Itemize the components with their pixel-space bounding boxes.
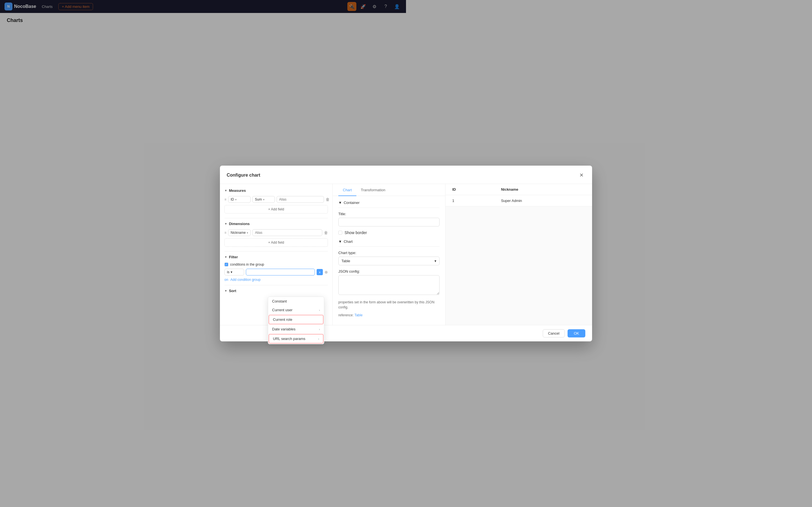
nickname-field-label: Nickname — [231, 231, 246, 235]
id-field-select[interactable]: ID ▾ — [228, 196, 251, 203]
modal-header: Configure chart ✕ — [220, 166, 406, 184]
measures-chevron: ▼ — [224, 189, 227, 192]
drag-handle-dimensions[interactable]: ≡ — [224, 231, 226, 235]
dimensions-add-field-button[interactable]: + Add field — [224, 238, 328, 247]
measures-field-row: ≡ ID ▾ Sum ▾ 🗑 — [224, 196, 328, 203]
chart-section-label: Chart — [344, 239, 353, 244]
container-chevron: ▼ — [338, 201, 342, 205]
mid-panel: Chart Transformation ▼ Container Title: … — [333, 184, 406, 253]
chart-type-label: Chart type: — [338, 251, 406, 253]
sum-field-select[interactable]: Sum ▾ — [252, 196, 275, 203]
divider-2 — [224, 251, 328, 251]
id-arrow-icon: ▾ — [235, 198, 237, 201]
nickname-arrow-icon: ▾ — [247, 231, 248, 234]
chart-section-chevron: ▼ — [338, 239, 342, 244]
measures-label: Measures — [229, 188, 246, 193]
show-border-checkbox[interactable] — [338, 231, 342, 235]
sum-field-label: Sum — [255, 198, 262, 202]
chart-section-header[interactable]: ▼ Chart — [338, 239, 406, 247]
chart-tabs: Chart Transformation — [333, 184, 406, 196]
dimensions-field-row: ≡ Nickname ▾ 🗑 — [224, 229, 328, 236]
measures-header[interactable]: ▼ Measures — [224, 188, 328, 193]
tab-chart[interactable]: Chart — [338, 184, 356, 196]
dimensions-delete-button[interactable]: 🗑 — [324, 230, 328, 235]
container-label: Container — [344, 201, 359, 205]
show-border-label: Show border — [345, 230, 367, 235]
measures-add-field-button[interactable]: + Add field — [224, 205, 328, 214]
divider-1 — [224, 218, 328, 218]
dimensions-label: Dimensions — [229, 222, 250, 226]
mid-content: ▼ Container Title: Show border ▼ Chart — [333, 196, 406, 253]
id-field-label: ID — [231, 198, 234, 202]
dimensions-chevron: ▼ — [224, 222, 227, 225]
measures-alias-input[interactable] — [276, 196, 324, 203]
container-section-header[interactable]: ▼ Container — [338, 201, 406, 208]
show-border-row: Show border — [338, 230, 406, 235]
measures-delete-button[interactable]: 🗑 — [326, 197, 329, 202]
sum-arrow-icon: ▾ — [263, 198, 264, 201]
dimensions-alias-input[interactable] — [252, 229, 322, 236]
dimensions-header[interactable]: ▼ Dimensions — [224, 222, 328, 226]
configure-chart-modal: Configure chart ✕ ▼ Measures ≡ ID — [220, 166, 406, 253]
nickname-field-select[interactable]: Nickname ▾ — [228, 229, 251, 236]
modal-overlay: Configure chart ✕ ▼ Measures ≡ ID — [0, 0, 406, 253]
tab-transformation[interactable]: Transformation — [356, 184, 390, 196]
title-input[interactable] — [338, 218, 406, 226]
left-panel: ▼ Measures ≡ ID ▾ Sum ▾ — [220, 184, 333, 253]
title-label: Title: — [338, 212, 406, 216]
dimensions-section: ▼ Dimensions ≡ Nickname ▾ 🗑 + Add field — [224, 222, 328, 247]
measures-section: ▼ Measures ≡ ID ▾ Sum ▾ — [224, 188, 328, 214]
modal-title: Configure chart — [227, 173, 260, 178]
modal-body: ▼ Measures ≡ ID ▾ Sum ▾ — [220, 184, 406, 253]
drag-handle-measures[interactable]: ≡ — [224, 198, 226, 202]
